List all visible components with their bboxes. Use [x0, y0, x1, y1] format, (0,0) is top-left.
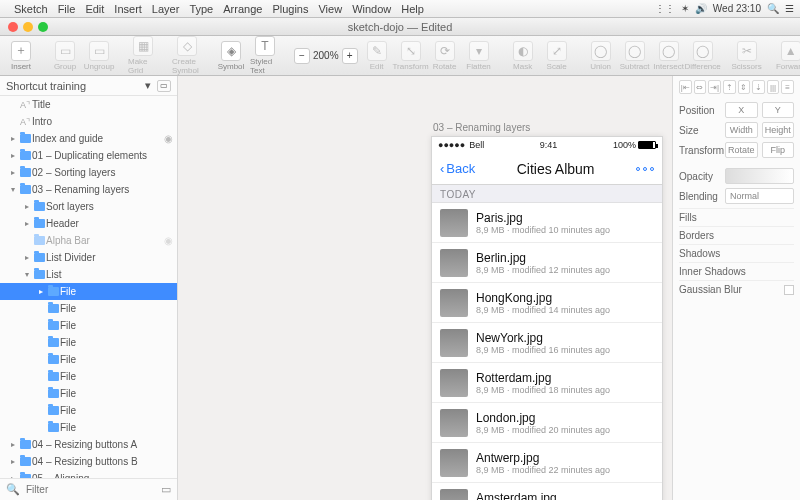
inspector-section-borders[interactable]: Borders	[679, 226, 794, 244]
collapse-pages-button[interactable]: ▭	[157, 80, 171, 92]
align-top-button[interactable]: ⇡	[723, 80, 736, 94]
disclosure-icon[interactable]: ▸	[8, 168, 18, 177]
menu-window[interactable]: Window	[352, 3, 391, 15]
group-tool[interactable]: ▭Group	[50, 41, 80, 71]
file-cell[interactable]: NewYork.jpg 8,9 MB · modified 16 minutes…	[432, 323, 662, 363]
zoom-in-button[interactable]: +	[342, 48, 358, 64]
file-cell[interactable]: Amsterdam.jpg 8,9 MB · modified 24 minut…	[432, 483, 662, 500]
layer-row[interactable]: File	[0, 317, 177, 334]
minimize-window-button[interactable]	[23, 22, 33, 32]
align-left-button[interactable]: |⇤	[679, 80, 692, 94]
gaussian-blur-toggle[interactable]	[784, 285, 794, 295]
x-field[interactable]: X	[725, 102, 758, 118]
more-button[interactable]	[636, 167, 654, 171]
layer-row[interactable]: ▸ Sort layers	[0, 198, 177, 215]
menu-file[interactable]: File	[58, 3, 76, 15]
disclosure-icon[interactable]: ▸	[8, 134, 18, 143]
layer-row[interactable]: File	[0, 385, 177, 402]
menu-help[interactable]: Help	[401, 3, 424, 15]
inspector-section-shadows[interactable]: Shadows	[679, 244, 794, 262]
close-window-button[interactable]	[8, 22, 18, 32]
menu-edit[interactable]: Edit	[85, 3, 104, 15]
styled-text-tool[interactable]: TStyled Text	[250, 36, 280, 75]
file-cell[interactable]: Antwerp.jpg 8,9 MB · modified 22 minutes…	[432, 443, 662, 483]
difference-tool[interactable]: ◯Difference	[688, 41, 718, 71]
layer-row[interactable]: ▸ 02 – Sorting layers	[0, 164, 177, 181]
height-field[interactable]: Height	[762, 122, 795, 138]
layer-row[interactable]: ▸ Index and guide ◉	[0, 130, 177, 147]
inspector-section-gaussian blur[interactable]: Gaussian Blur	[679, 280, 794, 298]
layer-row[interactable]: ▾ List	[0, 266, 177, 283]
align-vcenter-button[interactable]: ⇕	[738, 80, 751, 94]
disclosure-icon[interactable]: ▸	[8, 457, 18, 466]
layer-row[interactable]: ▸ 01 – Duplicating elements	[0, 147, 177, 164]
file-cell[interactable]: Paris.jpg 8,9 MB · modified 10 minutes a…	[432, 203, 662, 243]
file-cell[interactable]: Rotterdam.jpg 8,9 MB · modified 18 minut…	[432, 363, 662, 403]
disclosure-icon[interactable]: ▸	[22, 253, 32, 262]
layer-row[interactable]: Alpha Bar ◉	[0, 232, 177, 249]
layer-row[interactable]: ▸ 04 – Resizing buttons B	[0, 453, 177, 470]
layer-row[interactable]: ▸ File	[0, 283, 177, 300]
scissors-tool[interactable]: ✂Scissors	[732, 41, 762, 71]
menu-arrange[interactable]: Arrange	[223, 3, 262, 15]
wifi-icon[interactable]: ⋮⋮	[655, 3, 675, 14]
disclosure-icon[interactable]: ▸	[8, 151, 18, 160]
layer-row[interactable]: A⌝ Intro	[0, 113, 177, 130]
disclosure-icon[interactable]: ▾	[8, 185, 18, 194]
distribute-v-button[interactable]: ≡	[781, 80, 794, 94]
visibility-icon[interactable]: ◉	[164, 133, 173, 144]
filter-input[interactable]	[26, 484, 155, 495]
menu-layer[interactable]: Layer	[152, 3, 180, 15]
edit-tool[interactable]: ✎Edit	[362, 41, 392, 71]
intersect-tool[interactable]: ◯Intersect	[654, 41, 684, 71]
spotlight-icon[interactable]: 🔍	[767, 3, 779, 14]
menu-sketch[interactable]: Sketch	[14, 3, 48, 15]
menu-type[interactable]: Type	[189, 3, 213, 15]
layer-row[interactable]: ▸ 05 – Aligning	[0, 470, 177, 478]
align-hcenter-button[interactable]: ⇔	[694, 80, 707, 94]
sound-icon[interactable]: 🔊	[695, 3, 707, 14]
filter-options-button[interactable]: ▭	[161, 483, 171, 496]
disclosure-icon[interactable]: ▸	[36, 287, 46, 296]
layer-row[interactable]: File	[0, 368, 177, 385]
subtract-tool[interactable]: ◯Subtract	[620, 41, 650, 71]
insert-tool[interactable]: ＋Insert	[6, 41, 36, 71]
width-field[interactable]: Width	[725, 122, 758, 138]
layer-row[interactable]: ▸ 04 – Resizing buttons A	[0, 436, 177, 453]
disclosure-icon[interactable]: ▸	[22, 202, 32, 211]
back-button[interactable]: ‹ Back	[440, 161, 475, 176]
artboard[interactable]: ●●●●● Bell 9:41 100% ‹ Back Cities Album…	[431, 136, 663, 500]
scale-tool[interactable]: ⤢Scale	[542, 41, 572, 71]
canvas[interactable]: 03 – Renaming layers ●●●●● Bell 9:41 100…	[178, 76, 672, 500]
bluetooth-icon[interactable]: ✶	[681, 3, 689, 14]
mask-tool[interactable]: ◐Mask	[508, 41, 538, 71]
rotate-tool[interactable]: ⟳Rotate	[430, 41, 460, 71]
menu-plugins[interactable]: Plugins	[272, 3, 308, 15]
zoom-out-button[interactable]: −	[294, 48, 310, 64]
disclosure-icon[interactable]: ▾	[22, 270, 32, 279]
layer-row[interactable]: A⌝ Title	[0, 96, 177, 113]
create-symbol-tool[interactable]: ◇Create Symbol	[172, 36, 202, 75]
align-bottom-button[interactable]: ⇣	[752, 80, 765, 94]
layer-tree[interactable]: A⌝ Title A⌝ Intro ▸ Index and guide ◉ ▸ …	[0, 96, 177, 478]
forward-tool[interactable]: ▲Forward	[776, 41, 800, 71]
inspector-section-fills[interactable]: Fills	[679, 208, 794, 226]
layer-row[interactable]: File	[0, 419, 177, 436]
file-cell[interactable]: HongKong.jpg 8,9 MB · modified 14 minute…	[432, 283, 662, 323]
menu-insert[interactable]: Insert	[114, 3, 142, 15]
file-cell[interactable]: London.jpg 8,9 MB · modified 20 minutes …	[432, 403, 662, 443]
opacity-slider[interactable]	[725, 168, 794, 184]
layer-row[interactable]: File	[0, 351, 177, 368]
pages-header[interactable]: Shortcut training▾ ▭	[0, 76, 177, 96]
disclosure-icon[interactable]: ▸	[8, 440, 18, 449]
layer-row[interactable]: File	[0, 334, 177, 351]
zoom-control[interactable]: − 200% +	[294, 48, 358, 64]
artboard-label[interactable]: 03 – Renaming layers	[433, 122, 530, 133]
file-cell[interactable]: Berlin.jpg 8,9 MB · modified 12 minutes …	[432, 243, 662, 283]
visibility-icon[interactable]: ◉	[164, 235, 173, 246]
notifications-icon[interactable]: ☰	[785, 3, 794, 14]
ungroup-tool[interactable]: ▭Ungroup	[84, 41, 114, 71]
union-tool[interactable]: ◯Union	[586, 41, 616, 71]
clock[interactable]: Wed 23:10	[713, 3, 761, 14]
flip-field[interactable]: Flip	[762, 142, 795, 158]
